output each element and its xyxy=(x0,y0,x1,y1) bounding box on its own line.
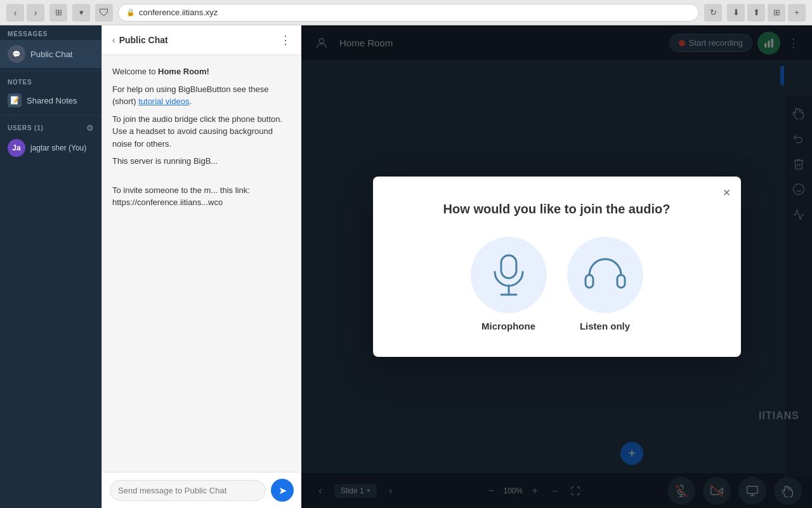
sidebar-item-public-chat[interactable]: 💬 Public Chat xyxy=(0,40,102,68)
browser-tab-dropdown[interactable]: ▾ xyxy=(72,4,90,22)
modal-close-button[interactable]: × xyxy=(723,185,731,200)
chat-messages: Welcome to Home Room! For help on using … xyxy=(102,55,301,472)
audio-modal: × How would you like to join the audio? xyxy=(373,177,741,357)
user-list-item[interactable]: Ja jagtar sher (You) xyxy=(0,135,102,161)
browser-layout-button[interactable]: ⊞ xyxy=(49,4,67,22)
chat-input-area: ➤ xyxy=(102,472,301,508)
browser-nav-buttons: ‹ › xyxy=(6,4,44,22)
browser-forward-button[interactable]: › xyxy=(27,4,44,22)
modal-options: Microphone Listen only xyxy=(398,237,716,331)
lock-icon: 🔒 xyxy=(126,8,135,17)
public-chat-avatar: 💬 xyxy=(8,45,25,63)
chat-header-left: ‹ Public Chat xyxy=(112,35,168,45)
tutorial-videos-link[interactable]: tutorial videos xyxy=(138,97,189,106)
svg-rect-17 xyxy=(617,275,625,288)
chat-message-4: This server is running BigB... xyxy=(112,155,291,168)
microphone-label: Microphone xyxy=(481,321,535,331)
users-settings-icon[interactable]: ⚙ xyxy=(86,123,94,133)
browser-download-button[interactable]: ⬇ xyxy=(727,4,745,22)
microphone-svg xyxy=(490,253,528,297)
chat-message-invite: To invite someone to the m... this link:… xyxy=(112,184,291,209)
user-avatar: Ja xyxy=(8,139,25,157)
user-name: jagtar sher (You) xyxy=(30,144,86,152)
app-layout: MESSAGES 💬 Public Chat NOTES 📝 Shared No… xyxy=(0,25,812,508)
browser-refresh-button[interactable]: ↻ xyxy=(704,4,722,22)
left-sidebar: MESSAGES 💬 Public Chat NOTES 📝 Shared No… xyxy=(0,25,102,508)
sidebar-divider-2 xyxy=(0,115,102,116)
listen-only-label: Listen only xyxy=(580,321,630,331)
browser-address-bar[interactable]: 🔒 conference.iitians.xyz xyxy=(118,4,699,22)
main-content: Home Room Start recording ⋮ xyxy=(301,25,812,508)
chat-input[interactable] xyxy=(110,480,266,501)
shared-notes-icon: 📝 xyxy=(8,93,22,107)
chat-panel: ‹ Public Chat ⋮ Welcome to Home Room! Fo… xyxy=(102,25,301,508)
modal-title: How would you like to join the audio? xyxy=(398,202,716,217)
users-section-header: USERS (1) ⚙ xyxy=(0,118,102,135)
shared-notes-label: Shared Notes xyxy=(27,96,77,105)
chat-message-2: For help on using BigBlueButton see thes… xyxy=(112,83,291,108)
browser-grid-button[interactable]: ⊞ xyxy=(768,4,785,22)
browser-right-buttons: ⬇ ⬆ ⊞ + xyxy=(727,4,806,22)
chat-message-1: Welcome to Home Room! xyxy=(112,65,291,78)
headphone-icon-container xyxy=(567,237,643,313)
microphone-option[interactable]: Microphone xyxy=(471,237,547,331)
chat-title: Public Chat xyxy=(119,35,168,45)
chat-header: ‹ Public Chat ⋮ xyxy=(102,25,301,55)
sidebar-divider-1 xyxy=(0,70,102,71)
chat-send-button[interactable]: ➤ xyxy=(271,479,294,502)
browser-url: conference.iitians.xyz xyxy=(139,8,218,17)
svg-rect-13 xyxy=(501,255,516,278)
microphone-icon-container xyxy=(471,237,547,313)
browser-chrome: ‹ › ⊞ ▾ 🛡 🔒 conference.iitians.xyz ↻ ⬇ ⬆… xyxy=(0,0,812,25)
modal-overlay: × How would you like to join the audio? xyxy=(301,25,812,508)
listen-only-option[interactable]: Listen only xyxy=(567,237,643,331)
svg-rect-16 xyxy=(586,275,593,288)
chat-back-button[interactable]: ‹ xyxy=(112,35,115,45)
public-chat-label: Public Chat xyxy=(30,50,72,59)
messages-section-header: MESSAGES xyxy=(0,25,102,40)
users-label: USERS (1) xyxy=(8,124,44,131)
browser-back-button[interactable]: ‹ xyxy=(6,4,24,22)
browser-shield-icon: 🛡 xyxy=(95,4,113,22)
notes-section-header: NOTES xyxy=(0,74,102,88)
browser-share-button[interactable]: ⬆ xyxy=(747,4,765,22)
browser-new-tab-button[interactable]: + xyxy=(788,4,806,22)
headphone-svg xyxy=(583,256,627,294)
sidebar-item-shared-notes[interactable]: 📝 Shared Notes xyxy=(0,88,102,112)
chat-menu-button[interactable]: ⋮ xyxy=(280,33,291,47)
chat-message-3: To join the audio bridge click the phone… xyxy=(112,113,291,150)
